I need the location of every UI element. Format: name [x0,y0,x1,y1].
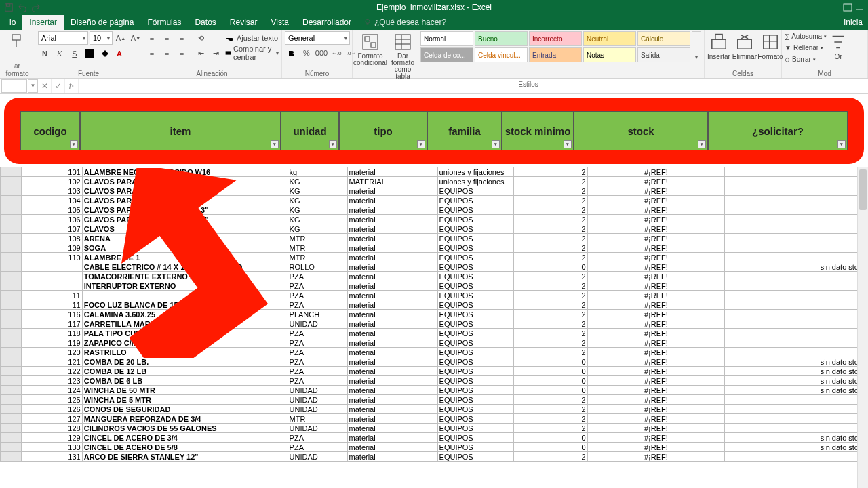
fill-button[interactable]: ▼Rellenar▾ [785,43,827,53]
table-row[interactable]: 127MANGUERA REFORZADA DE 3/4MTRmaterialE… [1,414,868,424]
filter-button[interactable]: ▾ [271,140,279,148]
vertical-scrollbar[interactable] [857,167,868,488]
fill-color-button[interactable] [98,47,111,60]
decrease-indent-button[interactable]: ⇤ [194,46,208,60]
decrease-font-button[interactable]: A▼ [129,31,142,45]
filter-button[interactable]: ▾ [564,140,572,148]
percent-button[interactable]: % [300,46,313,60]
align-bottom-button[interactable]: ≡ [175,31,189,45]
orientation-button[interactable]: ⟲ [194,31,208,45]
cell-styles-gallery[interactable]: NormalBuenoIncorrectoNeutralCálculoCelda… [420,31,690,62]
align-right-button[interactable]: ≡ [175,46,189,60]
save-icon[interactable] [4,3,14,12]
style-celda-vincul-[interactable]: Celda vincul... [475,47,528,62]
align-left-button[interactable]: ≡ [145,46,159,60]
svg-rect-18 [738,39,751,49]
font-color-button[interactable]: A [113,47,126,60]
cancel-formula-button[interactable]: ✕ [38,79,52,93]
style-neutral[interactable]: Neutral [583,31,636,46]
style-bueno[interactable]: Bueno [475,31,528,46]
fx-button[interactable]: fx [65,79,79,93]
tell-me[interactable]: ¿Qué desea hacer? [363,18,446,27]
name-box[interactable] [1,79,27,93]
style-incorrecto[interactable]: Incorrecto [529,31,582,46]
table-row[interactable]: 126CONOS DE SEGURIDADUNIDADmaterialEQUIP… [1,405,868,414]
clear-button[interactable]: ◇Borrar▾ [785,54,827,64]
column-header-codigo[interactable]: codigo▾ [20,111,80,150]
style-salida[interactable]: Salida [637,47,690,62]
autosum-button[interactable]: ∑Autosuma▾ [785,31,827,41]
table-row[interactable]: 131ARCO DE SIERRA STANLEY 12"UNIDADmater… [1,452,868,462]
name-box-dropdown[interactable]: ▼ [28,79,38,93]
group-cells-label: Celdas [707,69,778,78]
table-row[interactable]: 125WINCHA DE 5 MTRUNIDADmaterialEQUIPOS2… [1,395,868,405]
gallery-more-button[interactable]: ▾ [692,31,701,62]
tab-diseño-de-página[interactable]: Diseño de página [64,15,140,30]
table-row[interactable]: 129CINCEL DE ACERO DE 3/4PZAmaterialEQUI… [1,433,868,443]
align-center-button[interactable]: ≡ [160,46,174,60]
group-edit-label: Mod [785,69,865,78]
filter-button[interactable]: ▾ [70,140,78,148]
column-header--solicitar-[interactable]: ¿solicitar?▾ [708,111,848,150]
style-notas[interactable]: Notas [583,47,636,62]
tab-io[interactable]: io [3,15,22,30]
table-row[interactable]: 128CILINDROS VACIOS DE 55 GALONESUNIDADm… [1,424,868,433]
column-header-familia[interactable]: familia▾ [427,111,502,150]
sign-in-label[interactable]: Inicia [844,18,868,27]
font-size-combo[interactable]: 10▼ [90,31,113,45]
align-top-button[interactable]: ≡ [145,31,159,45]
format-as-table-button[interactable]: Dar formato como tabla [388,31,418,80]
filter-button[interactable]: ▾ [329,140,337,148]
redo-icon[interactable] [31,3,41,12]
increase-decimal-button[interactable]: ←.0 [330,46,343,60]
merge-icon [225,48,231,58]
insert-cells-button[interactable]: Insertar [707,31,730,60]
undo-icon[interactable] [18,3,27,12]
ribbon-options-icon[interactable] [842,3,853,12]
filter-button[interactable]: ▾ [492,140,500,148]
table-row[interactable]: 130CINCEL DE ACERO DE 5/8PZAmaterialEQUI… [1,443,868,452]
filter-button[interactable]: ▾ [837,140,846,148]
borders-button[interactable] [83,47,96,60]
increase-indent-button[interactable]: ⇥ [209,46,222,60]
filter-button[interactable]: ▾ [698,140,706,148]
column-header-tipo[interactable]: tipo▾ [339,111,427,150]
format-cells-button[interactable]: Formato [759,31,782,60]
bold-button[interactable]: N [38,47,52,60]
comma-button[interactable]: 000 [315,46,328,60]
tab-desarrollador[interactable]: Desarrollador [296,15,358,30]
conditional-format-button[interactable]: Formato condicional [355,31,385,66]
italic-button[interactable]: K [53,47,66,60]
style-normal[interactable]: Normal [420,31,473,46]
enter-formula-button[interactable]: ✓ [52,79,65,93]
column-header-unidad[interactable]: unidad▾ [281,111,339,150]
tab-datos[interactable]: Datos [188,15,222,30]
merge-center-button[interactable]: Combinar y centrar▾ [225,46,279,60]
underline-button[interactable]: S [68,47,81,60]
table-row[interactable]: 123COMBA DE 6 LBPZAmaterialEQUIPOS0#¡REF… [1,376,868,386]
increase-font-button[interactable]: A▲ [114,31,127,45]
column-header-stock[interactable]: stock▾ [574,111,708,150]
minimize-icon[interactable] [854,3,865,12]
style-entrada[interactable]: Entrada [529,47,582,62]
sort-filter-button[interactable]: Or [829,31,847,60]
table-row[interactable]: 121COMBA DE 20 LB.PZAmaterialEQUIPOS0#¡R… [1,357,868,367]
wrap-text-button[interactable]: Ajustar texto [225,31,279,45]
align-middle-button[interactable]: ≡ [160,31,174,45]
accounting-format-button[interactable] [285,46,298,60]
font-name-combo[interactable]: Arial▼ [38,31,88,45]
number-format-combo[interactable]: General▼ [285,31,350,45]
style-c-lculo[interactable]: Cálculo [637,31,690,46]
tab-revisar[interactable]: Revisar [223,15,264,30]
delete-cells-button[interactable]: Eliminar [733,31,756,60]
style-celda-de-co-[interactable]: Celda de co... [420,47,473,62]
format-painter-button[interactable] [3,31,32,52]
tab-insertar[interactable]: Insertar [22,15,64,30]
tab-vista[interactable]: Vista [264,15,296,30]
table-row[interactable]: 124WINCHA DE 50 MTRUNIDADmaterialEQUIPOS… [1,386,868,395]
tab-fórmulas[interactable]: Fórmulas [140,15,188,30]
column-header-stock-minimo[interactable]: stock minimo▾ [502,111,574,150]
filter-button[interactable]: ▾ [417,140,425,148]
table-row[interactable]: 122COMBA DE 12 LBPZAmaterialEQUIPOS0#¡RE… [1,367,868,376]
column-header-item[interactable]: item▾ [80,111,281,150]
